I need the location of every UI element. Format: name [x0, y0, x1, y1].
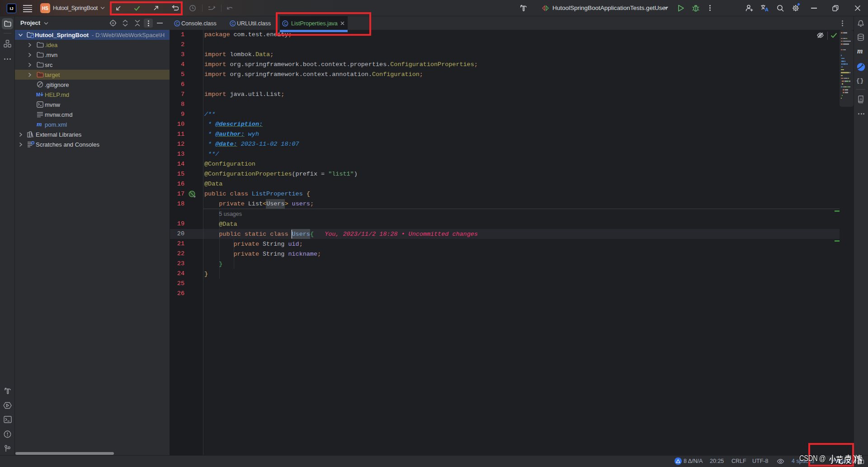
- svg-text:A: A: [860, 97, 863, 101]
- svg-text:M: M: [36, 92, 40, 97]
- svg-text:A: A: [765, 7, 769, 12]
- svg-text:C: C: [231, 21, 235, 26]
- svg-text:C: C: [176, 21, 179, 26]
